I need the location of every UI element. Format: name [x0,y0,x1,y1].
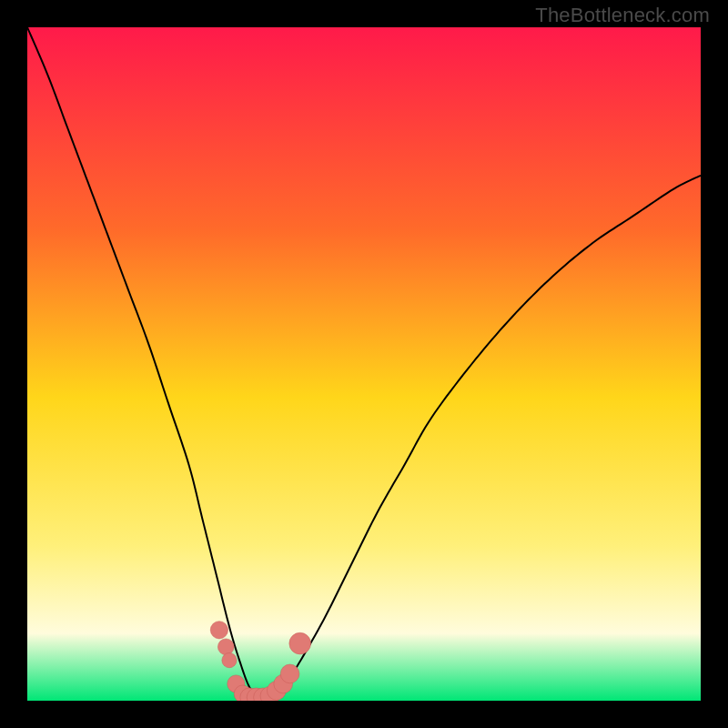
gradient-background [27,27,701,701]
curve-marker [280,664,299,683]
chart-frame: TheBottleneck.com [0,0,728,728]
plot-area [27,27,701,701]
curve-marker [217,639,234,655]
curve-marker [222,652,237,667]
curve-marker [289,632,311,654]
watermark-text: TheBottleneck.com [535,4,710,27]
curve-marker [210,622,228,639]
chart-svg [27,27,701,701]
